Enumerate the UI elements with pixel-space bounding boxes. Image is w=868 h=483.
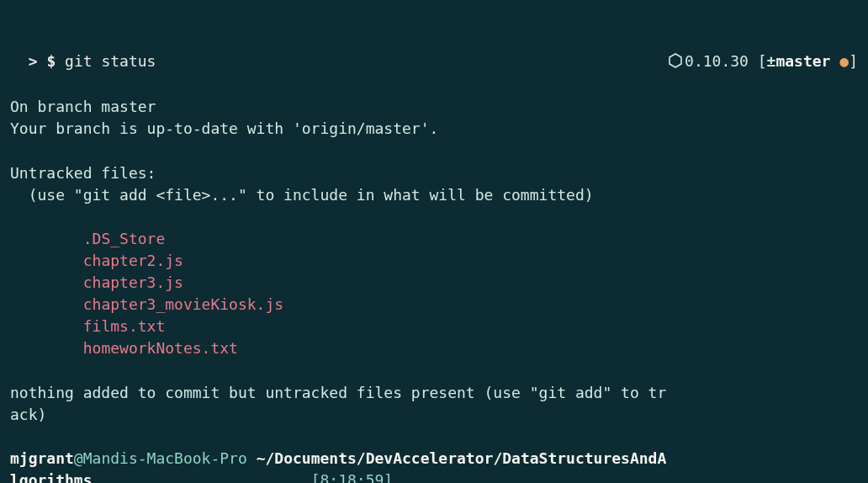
ps1-line-2: lgorithms [8:18:59] [10, 470, 858, 483]
untracked-hint: (use "git add <file>..." to include in w… [10, 184, 858, 206]
blank-line [10, 141, 858, 162]
untracked-file: chapter3_movieKiosk.js [10, 294, 858, 316]
output-line: nothing added to commit but untracked fi… [10, 382, 858, 404]
untracked-file: films.txt [10, 316, 858, 337]
untracked-file: homeworkNotes.txt [10, 337, 858, 359]
version-text: 0.10.30 [685, 52, 749, 70]
hostname: Mandis-MacBook-Pro [83, 449, 247, 467]
hexagon-icon [668, 52, 683, 74]
blank-line [10, 206, 858, 228]
output-line: Your branch is up-to-date with 'origin/m… [10, 118, 858, 140]
username: mjgrant [10, 449, 74, 467]
cwd-text-wrap: lgorithms [10, 471, 93, 483]
blank-line [10, 360, 858, 382]
output-line: ack) [10, 404, 858, 426]
untracked-file: .DS_Store [10, 228, 858, 250]
prompt-dollar: $ [46, 52, 56, 70]
ps1-line-1: mjgrant@Mandis-MacBook-Pro ~/Documents/D… [10, 448, 858, 470]
svg-marker-0 [670, 54, 681, 67]
blank-line [10, 426, 858, 448]
cwd-text: ~/Documents/DevAccelerator/DataStructure… [257, 449, 667, 467]
prompt-line-1: 0.10.30 [±master ●] > $ git status [10, 7, 858, 96]
dirty-indicator: ● [839, 52, 849, 70]
untracked-header: Untracked files: [10, 162, 858, 184]
clock-text: [8:18:59] [311, 471, 394, 483]
output-line: On branch master [10, 96, 858, 118]
prompt-caret: > [29, 52, 38, 70]
untracked-file: chapter3.js [10, 272, 858, 294]
branch-name: master [775, 52, 830, 70]
rprompt-1: 0.10.30 [±master ●] [632, 29, 858, 96]
command-text: git status [65, 52, 156, 70]
untracked-file: chapter2.js [10, 250, 858, 272]
